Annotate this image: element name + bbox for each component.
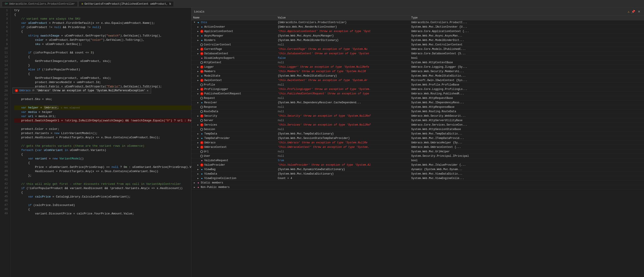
expand-arrow[interactable]	[197, 88, 200, 91]
locals-row-ProfilingLogger[interactable]: ✕ ProfilingLogger 'this.ProfilingLogger'…	[192, 87, 644, 92]
locals-row-ViewData[interactable]: ◆ ViewData {System.Web.Mvc.ViewDataDicti…	[192, 172, 644, 176]
error-circle-icon: ✕	[200, 146, 204, 149]
expand-arrow[interactable]	[197, 132, 200, 135]
locals-row-Server[interactable]: Server null System.Web.HttpServerUtility…	[192, 118, 644, 123]
var-type-Members: Umbraco.Web.Security.Membershi...	[411, 70, 642, 73]
expand-arrow[interactable]	[197, 124, 200, 126]
locals-row-DisableAsyncSupport[interactable]: ◆ DisableAsyncSupport false bool	[192, 56, 644, 60]
expand-arrow[interactable]	[197, 30, 200, 33]
var-type-ApplicationContext: Umbraco.Core.ApplicationContext {...	[411, 30, 642, 33]
var-type-ViewBag: dynamic {System.Web.Mvc.Dynam...	[411, 168, 642, 171]
var-name-ApplicationContext: ApplicationContext	[204, 30, 233, 33]
expand-arrow[interactable]	[197, 92, 200, 95]
locals-row-CurrentPage[interactable]: ✕ CurrentPage 'this.CurrentPage' threw a…	[192, 47, 644, 52]
tab-bar: C# UmbracoSite.Controllers.ProductContro…	[0, 0, 644, 8]
locals-row-ViewEngineCollection[interactable]: ◆ ViewEngineCollection Count = 4 System.…	[192, 176, 644, 181]
locals-row-Url[interactable]: Url null System.Web.Mvc.UrlHelper	[192, 149, 644, 154]
close-locals-button[interactable]: ✕	[637, 10, 641, 14]
tooltip-close-btn[interactable]: ✕	[147, 89, 148, 92]
expand-arrow[interactable]	[197, 39, 200, 42]
error-circle-icon: ✕	[200, 114, 204, 118]
locals-row-StaticMembers[interactable]: ◆ Static members	[192, 181, 644, 185]
locals-row-HttpContext[interactable]: HttpContext null System.Web.HttpContextB…	[192, 60, 644, 65]
var-value-OwinContext: 'this.OwinContext' threw an exception of…	[278, 79, 411, 82]
pin-button[interactable]: 📌	[630, 10, 636, 14]
var-name-Url: Url	[204, 150, 209, 153]
expand-arrow[interactable]	[197, 79, 200, 82]
null-circle-icon	[200, 97, 203, 100]
locals-row-Security[interactable]: ✕ Security 'this.Security' threw an exce…	[192, 114, 644, 118]
var-name-ModelState: ModelState	[204, 74, 220, 78]
null-circle-icon	[200, 150, 203, 153]
locals-rows-container[interactable]: ◆ this {UmbracoSite.Controllers.ProductC…	[192, 20, 644, 277]
expand-arrow[interactable]	[197, 164, 200, 166]
locals-row-ActionInvoker[interactable]: ◆ ActionInvoker {Umbraco.Web.Mvc.RenderA…	[192, 25, 644, 29]
locals-row-ValidateRequest[interactable]: ◆ ValidateRequest true bool	[192, 158, 644, 163]
locals-row-ApplicationContext[interactable]: ✕ ApplicationContext 'this.ApplicationCo…	[192, 29, 644, 34]
expand-arrow[interactable]	[193, 186, 196, 189]
var-type-ActionInvoker: System.Web.Mvc.IActionInvoker {U...	[411, 25, 642, 29]
locals-row-TempData[interactable]: ◆ TempData {System.Web.Mvc.TempDataDicti…	[192, 132, 644, 136]
tab-getvariant[interactable]: ⚙ GetVariantsFromProduct(IPublishedConte…	[78, 1, 174, 7]
locals-row-User[interactable]: User null System.Security.Principal.IPri…	[192, 154, 644, 158]
null-circle-icon	[200, 155, 203, 157]
expand-arrow[interactable]	[193, 21, 196, 24]
var-type-ProfilingLogger: Umbraco.Core.Logging.ProfilingLo...	[411, 88, 642, 91]
expand-arrow[interactable]	[193, 181, 196, 184]
expand-arrow[interactable]	[197, 101, 200, 104]
locals-row-PublishedContentRequest[interactable]: ✕ PublishedContentRequest 'this.Publishe…	[192, 92, 644, 96]
expand-arrow[interactable]	[197, 26, 200, 28]
var-type-ViewEngineCollection: System.Web.Mvc.ViewEngineColle...	[411, 177, 642, 180]
locals-row-Resolver[interactable]: ◆ Resolver {System.Web.Mvc.DependencyRes…	[192, 100, 644, 105]
locals-row-ModelState[interactable]: ◆ ModelState {System.Web.Mvc.ModelStateD…	[192, 74, 644, 78]
locals-row-ControllerContext[interactable]: ControllerContext null System.Web.Mvc.Co…	[192, 43, 644, 47]
locals-row-this[interactable]: ◆ this {UmbracoSite.Controllers.ProductC…	[192, 20, 644, 25]
expand-arrow[interactable]	[197, 70, 200, 73]
code-lines: try{ // variant name are always the SKU …	[11, 8, 191, 277]
locals-row-TempDataProvider[interactable]: ◆ TempDataProvider {System.Web.Mvc.Sessi…	[192, 136, 644, 141]
locals-row-Members[interactable]: ✕ Members 'this.Members' threw an except…	[192, 69, 644, 74]
var-value-Server: null	[278, 119, 411, 122]
expand-arrow[interactable]	[197, 66, 200, 68]
expand-arrow[interactable]	[197, 35, 200, 37]
var-type-Logger: Umbraco.Core.Logging.ILogger {Sy...	[411, 66, 642, 69]
col-header-value[interactable]: Value	[278, 16, 411, 19]
expand-arrow[interactable]	[197, 75, 200, 77]
locals-row-Services[interactable]: ✕ Services 'this.Services' threw an exce…	[192, 123, 644, 127]
var-type-UmbracoContext: Umbraco.Web.UmbracoContext {...	[411, 146, 642, 149]
locals-row-DatabaseContext[interactable]: ✕ DatabaseContext 'this.DatabaseContext'…	[192, 52, 644, 56]
expand-arrow[interactable]	[197, 115, 200, 117]
expand-arrow[interactable]	[197, 52, 200, 55]
var-value-ProfilingLogger: 'this.ProfilingLogger' threw an exceptio…	[278, 88, 411, 91]
expand-arrow[interactable]	[197, 48, 200, 51]
locals-row-NonPublicMembers[interactable]: ◆ Non-Public members	[192, 185, 644, 189]
locals-row-ViewBag[interactable]: ◆ ViewBag {System.Web.Mvc.DynamicViewDat…	[192, 167, 644, 172]
locals-row-Response[interactable]: Response null System.Web.HttpResponseBas…	[192, 105, 644, 109]
locals-row-Profile[interactable]: Profile null System.Web.Profile.ProfileB…	[192, 83, 644, 87]
expand-arrow[interactable]	[197, 141, 200, 144]
locals-row-UmbracoContext[interactable]: ✕ UmbracoContext 'this.UmbracoContext' t…	[192, 145, 644, 149]
locals-row-OwinContext[interactable]: ✕ OwinContext 'this.OwinContext' threw a…	[192, 78, 644, 83]
pink-diamond-icon: ◆	[200, 57, 204, 60]
col-header-type[interactable]: Type	[411, 16, 642, 19]
locals-row-Request[interactable]: Request null System.Web.HttpRequestBase	[192, 96, 644, 100]
expand-arrow[interactable]	[197, 177, 200, 180]
expand-arrow[interactable]	[197, 173, 200, 175]
locals-row-Logger[interactable]: ✕ Logger 'this.Logger' threw an exceptio…	[192, 65, 644, 69]
var-name-Services: Services	[204, 123, 217, 126]
code-editor: 1234567891011121314151617181920212223242…	[0, 8, 192, 277]
blue-diamond-icon: ◆	[200, 168, 204, 171]
locals-row-Umbraco[interactable]: ✕ Umbraco 'this.Umbraco' threw an except…	[192, 141, 644, 145]
locals-row-Binders[interactable]: ◆ Binders {System.Web.Mvc.ModelBinderDic…	[192, 38, 644, 43]
expand-arrow[interactable]	[197, 168, 200, 171]
expand-arrow[interactable]	[197, 137, 200, 140]
locals-row-RouteData[interactable]: RouteData null System.Web.Routing.RouteD…	[192, 109, 644, 114]
tab-controller[interactable]: C# UmbracoSite.Controllers.ProductContro…	[2, 1, 78, 7]
locals-row-Session[interactable]: Session null System.Web.HttpSessionState…	[192, 127, 644, 132]
locals-row-AsyncManager[interactable]: ◆ AsyncManager {System.Web.Mvc.Async.Asy…	[192, 34, 644, 38]
code-scroll[interactable]: 1234567891011121314151617181920212223242…	[0, 8, 191, 277]
expand-arrow[interactable]	[197, 146, 200, 149]
locals-row-ValueProvider[interactable]: ✕ ValueProvider 'this.ValueProvider' thr…	[192, 163, 644, 167]
var-type-Binders: System.Web.Mvc.ModelBinderDict...	[411, 39, 642, 42]
col-header-name[interactable]: Name	[193, 16, 278, 19]
